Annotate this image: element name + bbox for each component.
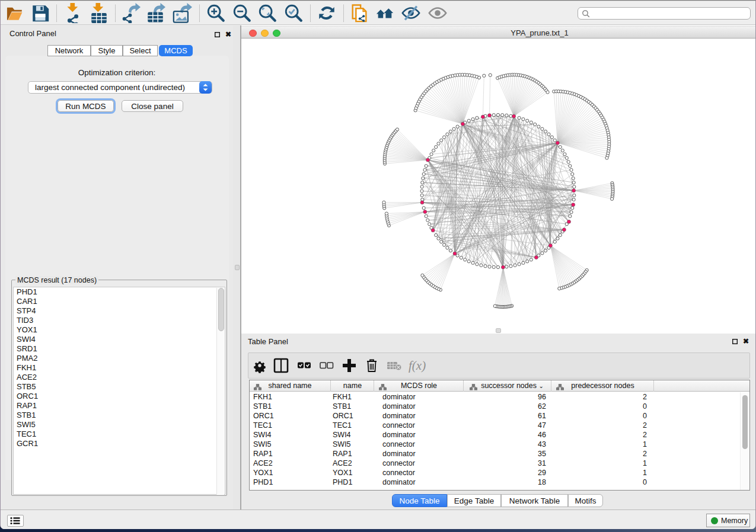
svg-text:f(x): f(x)	[409, 358, 426, 373]
